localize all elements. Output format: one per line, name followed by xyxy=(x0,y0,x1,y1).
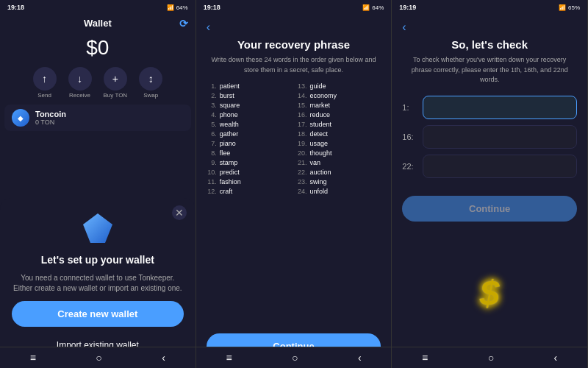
send-label: Send xyxy=(37,92,51,99)
modal-close-button[interactable]: ✕ xyxy=(172,205,187,220)
nav-home-icon[interactable]: ○ xyxy=(96,352,101,364)
receive-action[interactable]: ↓ Receive xyxy=(68,67,92,99)
nav-back-icon-3[interactable]: ‹ xyxy=(554,352,558,364)
swap-label: Swap xyxy=(143,92,158,99)
word-number: 3. xyxy=(207,102,217,109)
word-column-left: 1.patient2.burst3.square4.phone5.wealth6… xyxy=(207,82,291,328)
nav-menu-icon-2[interactable]: ≡ xyxy=(226,352,232,364)
nav-back-icon-2[interactable]: ‹ xyxy=(358,352,362,364)
word-input-field[interactable] xyxy=(423,96,577,119)
word-input-field[interactable] xyxy=(423,155,577,178)
word-input-field[interactable] xyxy=(423,125,577,149)
back-button-2[interactable]: ‹ xyxy=(207,21,381,34)
wallet-title: Wallet xyxy=(84,18,112,29)
word-item: 4.phone xyxy=(207,111,291,118)
word-item: 10.predict xyxy=(207,169,291,176)
word-item: 1.patient xyxy=(207,82,291,90)
word-item: 8.flee xyxy=(207,149,291,157)
word-text: detect xyxy=(310,130,329,138)
modal-title: Let's set up your wallet xyxy=(41,254,154,266)
check-panel: 19:19 📶 65% ‹ So, let's check To check w… xyxy=(392,0,588,368)
word-item: 13.guide xyxy=(297,82,381,90)
word-number: 9. xyxy=(207,159,217,166)
word-number: 6. xyxy=(207,130,217,138)
buy-icon: + xyxy=(104,67,127,91)
word-list: 1.patient2.burst3.square4.phone5.wealth6… xyxy=(207,82,381,328)
create-wallet-button[interactable]: Create new wallet xyxy=(12,301,184,327)
back-button-3[interactable]: ‹ xyxy=(402,21,577,34)
word-text: stamp xyxy=(220,159,238,166)
word-number: 15. xyxy=(297,102,307,109)
nav-menu-icon-3[interactable]: ≡ xyxy=(422,352,428,364)
nav-home-icon-3[interactable]: ○ xyxy=(488,352,494,364)
buy-action[interactable]: + Buy TON xyxy=(104,67,128,99)
word-input-group: 1: 16: 22: xyxy=(402,96,577,178)
battery-3: 📶 65% xyxy=(559,4,580,11)
status-bar-2: 19:18 📶 64% xyxy=(196,0,392,15)
word-item: 20.thought xyxy=(297,149,381,157)
word-text: market xyxy=(310,102,331,109)
nav-menu-icon[interactable]: ≡ xyxy=(30,352,36,364)
time-1: 19:18 xyxy=(7,4,24,11)
recovery-title: Your recovery phrase xyxy=(207,38,381,51)
word-number: 2. xyxy=(207,92,217,99)
check-desc: To check whether you've written down you… xyxy=(402,55,577,85)
word-item: 7.piano xyxy=(207,140,291,147)
word-number: 10. xyxy=(207,169,217,176)
word-item: 14.economy xyxy=(297,92,381,99)
word-text: patient xyxy=(220,82,240,90)
nav-back-icon[interactable]: ‹ xyxy=(162,352,165,364)
word-item: 16.reduce xyxy=(297,111,381,118)
toncoin-name: Toncoin xyxy=(35,110,184,118)
diamond-icon xyxy=(79,210,116,247)
word-text: reduce xyxy=(310,111,331,118)
toncoin-row[interactable]: ◆ Toncoin 0 TON xyxy=(4,105,191,131)
word-item: 21.van xyxy=(297,159,381,166)
word-item: 9.stamp xyxy=(207,159,291,166)
word-input-label: 1: xyxy=(402,103,418,112)
word-input-row: 16: xyxy=(402,125,577,149)
receive-icon: ↓ xyxy=(68,67,92,91)
word-text: craft xyxy=(220,188,233,195)
word-text: guide xyxy=(310,82,326,90)
word-number: 19. xyxy=(297,140,307,147)
word-number: 13. xyxy=(297,82,307,90)
swap-action[interactable]: ↕ Swap xyxy=(139,67,162,99)
svg-marker-0 xyxy=(83,213,112,243)
battery-1: 📶 64% xyxy=(167,4,188,11)
word-text: student xyxy=(310,121,332,128)
status-bar-1: 19:18 📶 64% xyxy=(0,0,196,15)
word-number: 17. xyxy=(297,121,307,128)
word-number: 5. xyxy=(207,121,217,128)
word-number: 21. xyxy=(297,159,307,166)
nav-bar-1: ≡ ○ ‹ xyxy=(0,347,196,368)
word-text: wealth xyxy=(220,121,239,128)
word-number: 7. xyxy=(207,140,217,147)
check-content: ‹ So, let's check To check whether you'v… xyxy=(392,15,587,368)
word-number: 23. xyxy=(297,178,307,185)
word-item: 22.auction xyxy=(297,169,381,176)
nav-home-icon-2[interactable]: ○ xyxy=(292,352,298,364)
recovery-desc: Write down these 24 words in the order g… xyxy=(207,55,381,75)
nav-bar-3: ≡ ○ ‹ xyxy=(392,347,587,368)
receive-label: Receive xyxy=(69,92,90,99)
battery-2: 📶 64% xyxy=(362,4,384,11)
word-item: 15.market xyxy=(297,102,381,109)
word-text: fashion xyxy=(220,178,241,185)
word-item: 18.detect xyxy=(297,130,381,138)
word-text: thought xyxy=(310,149,332,157)
sync-icon[interactable]: ⟳ xyxy=(179,18,188,29)
toncoin-icon: ◆ xyxy=(12,109,29,127)
word-item: 17.student xyxy=(297,121,381,128)
send-action[interactable]: ↑ Send xyxy=(33,67,57,99)
word-text: auction xyxy=(310,169,331,176)
continue-button-3[interactable]: Continue xyxy=(402,196,577,222)
wallet-balance: $0 xyxy=(0,30,196,64)
word-column-right: 13.guide14.economy15.market16.reduce17.s… xyxy=(297,82,381,328)
time-2: 19:18 xyxy=(204,4,220,11)
modal-desc: You need a connected wallet to use Tonke… xyxy=(12,273,184,294)
send-icon: ↑ xyxy=(33,67,57,91)
word-item: 12.craft xyxy=(207,188,291,195)
word-text: flee xyxy=(220,149,231,157)
word-number: 8. xyxy=(207,149,217,157)
